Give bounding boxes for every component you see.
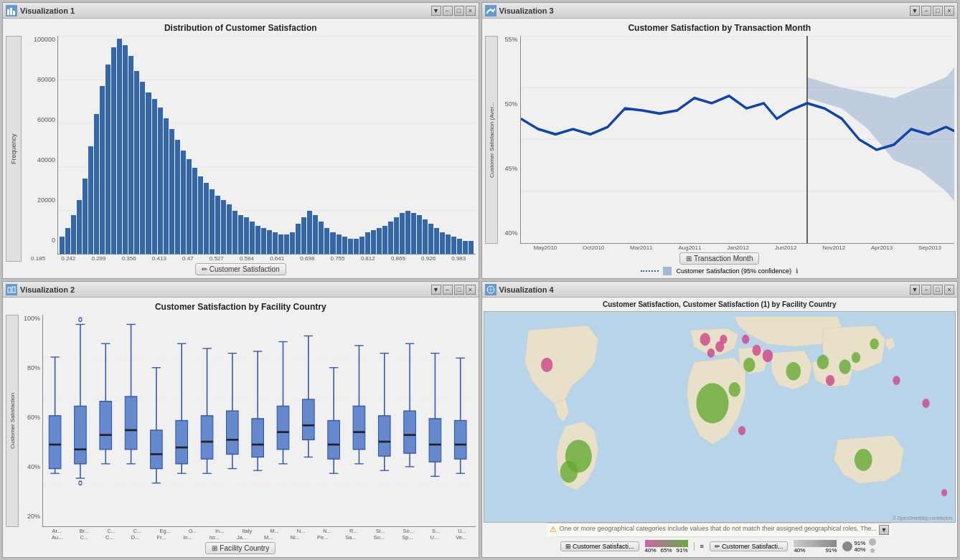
svg-point-109 [560,461,578,483]
viz1-x-axis: 0.185 0.242 0.299 0.356 0.413 0.47 0.527… [22,255,476,262]
viz2-y-axis-label[interactable]: Customer Satisfaction [6,315,19,527]
viz2-filter-btn[interactable]: ▼ [431,285,441,295]
legend-1-labels: 40% 65% 91% [645,547,688,554]
legend-2-labels: 40% 91% [794,547,837,554]
hist-bar [198,176,203,254]
viz1-filter-button[interactable]: ✏ Customer Satisfaction [195,263,286,275]
viz4-size-legend: 91% 40% [842,538,878,554]
viz3-title: Visualization 3 [499,6,908,15]
svg-rect-39 [151,430,163,469]
viz2-minimize-btn[interactable]: − [443,285,453,295]
viz3-close-btn[interactable]: × [944,6,954,16]
hist-bar [348,239,353,254]
svg-point-126 [762,349,772,362]
viz3-y-axis-label[interactable]: Customer Satisfaction (Aver... [485,36,498,244]
hist-bar [365,232,370,254]
svg-point-128 [893,376,900,385]
viz3-maximize-btn[interactable]: □ [933,6,943,16]
legend-dotted-line [641,270,659,272]
hist-bar [60,237,65,254]
viz3-minimize-btn[interactable]: − [921,6,931,16]
viz1-close-btn[interactable]: × [466,6,476,16]
hist-bar [451,237,456,254]
viz3-filter-icon: ⊞ [686,255,692,262]
viz1-y-axis-label[interactable]: Frequency [6,36,22,262]
viz4-filter-btn-1[interactable]: ⊞ Customer Satisfacti... [560,541,639,551]
viz4-map: © OpenStreetMap contributors [484,311,956,523]
viz2-maximize-btn[interactable]: □ [454,285,464,295]
dashboard-grid: Visualization 1 ▼ − □ × Distribution of … [0,0,960,560]
hist-bar [65,228,70,254]
svg-point-130 [738,426,745,435]
viz1-controls: ▼ − □ × [431,6,476,16]
viz4-filter-btn-2[interactable]: ✏ Customer Satisfacti... [710,541,789,551]
hist-bar [181,151,186,254]
titlebar-viz1: Visualization 1 ▼ − □ × [3,3,479,19]
viz1-filter-btn[interactable]: ▼ [431,6,441,16]
viz4-legend-row: ⊞ Customer Satisfacti... 40% 65% 91% ≡ ✏… [556,536,883,556]
hist-bar [417,215,422,254]
hist-bar [324,228,329,254]
viz1-title: Visualization 1 [20,6,428,15]
viz1-chart-inner: 100000 80000 60000 40000 20000 0 [22,36,476,262]
panel-viz2: Visualization 2 ▼ − □ × Customer Satisfa… [2,281,479,558]
viz2-close-btn[interactable]: × [466,285,476,295]
viz3-filter-button[interactable]: ⊞ Transaction Month [679,252,759,265]
viz3-content: Customer Satisfaction by Transaction Mon… [482,19,958,278]
legend-sep-icon: ≡ [700,543,704,550]
svg-point-124 [742,335,749,344]
panel-viz3: Visualization 3 ▼ − □ × Customer Satisfa… [481,2,959,279]
hist-bar [457,239,462,254]
hist-bar [273,232,278,254]
svg-point-112 [786,362,801,380]
viz1-minimize-btn[interactable]: − [443,6,453,16]
viz2-y-ticks: 100% 80% 60% 40% 20% [19,315,42,527]
svg-point-125 [752,345,761,356]
viz2-plot-area [42,315,476,527]
viz1-bars [58,36,476,254]
viz3-icon [485,5,497,16]
size-circle-large [842,541,852,551]
hist-bar [83,179,88,254]
viz4-close-btn[interactable]: × [944,285,954,295]
hist-bar [469,241,474,254]
hist-bar [261,228,266,254]
viz4-warning: ⚠ One or more geographical categories in… [547,523,892,536]
svg-rect-54 [227,411,239,454]
hist-bar [307,211,312,254]
hist-bar [428,224,433,254]
hist-bar [88,146,93,254]
viz1-chart-title: Distribution of Customer Satisfaction [164,23,317,33]
hist-bar [388,222,393,254]
y-tick-3: 40000 [22,156,55,163]
svg-rect-29 [100,402,112,450]
hist-bar [77,200,82,254]
viz1-maximize-btn[interactable]: □ [454,6,464,16]
svg-rect-59 [252,419,264,457]
hist-bar [128,56,133,254]
svg-point-111 [728,382,740,397]
hist-bar [342,237,347,254]
hist-bar [359,237,364,254]
hist-bar [330,232,335,254]
svg-rect-10 [12,287,15,293]
viz2-filter-button[interactable]: ⊞ Facility Country [205,542,276,554]
svg-rect-84 [378,416,390,456]
legend-gradient-2 [794,540,837,547]
viz2-axis-chart: Customer Satisfaction 100% 80% 60% 40% 2… [6,315,476,527]
svg-point-133 [870,549,875,553]
hist-bar [146,92,151,254]
info-icon[interactable]: ℹ [796,267,798,275]
viz4-minimize-btn[interactable]: − [921,285,931,295]
viz3-filter-btn[interactable]: ▼ [910,6,920,16]
svg-rect-94 [429,419,441,462]
viz1-chart-area: Frequency 100000 80000 60000 40000 20000… [6,36,476,262]
hist-bar [423,219,428,254]
hist-bar [215,196,220,254]
viz4-filter-btn[interactable]: ▼ [910,285,920,295]
viz4-warning-close[interactable]: ▼ [879,525,889,535]
svg-point-121 [707,348,714,358]
viz2-controls: ▼ − □ × [431,285,476,295]
legend-label: Customer Satisfaction (95% confidence) [676,267,791,275]
viz4-maximize-btn[interactable]: □ [933,285,943,295]
